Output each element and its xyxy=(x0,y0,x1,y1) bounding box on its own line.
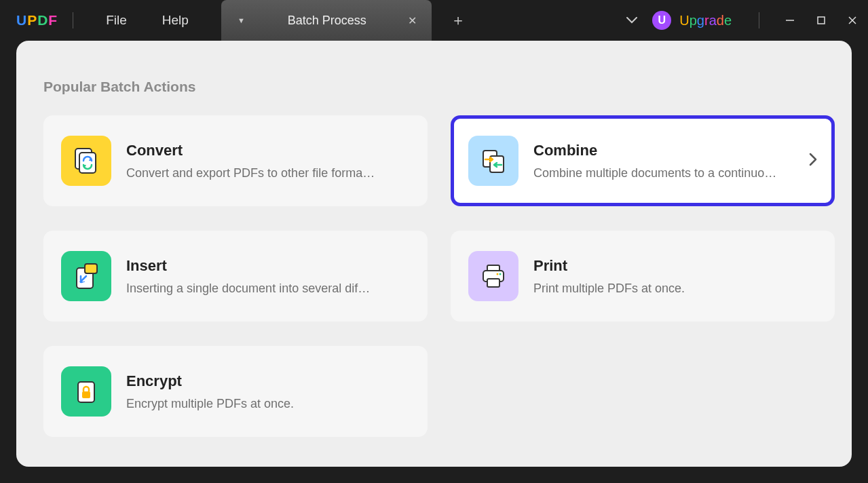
cards-grid: Convert Convert and export PDFs to other… xyxy=(43,115,852,437)
new-tab-button[interactable]: ＋ xyxy=(432,10,485,31)
card-encrypt[interactable]: Encrypt Encrypt multiple PDFs at once. xyxy=(43,346,428,437)
app-logo: UPDF xyxy=(16,12,58,28)
titlebar: UPDF File Help ▼ Batch Process ✕ ＋ U Upg… xyxy=(0,0,868,41)
upgrade-button[interactable]: Upgrade xyxy=(679,13,732,28)
card-print[interactable]: Print Print multiple PDFs at once. xyxy=(451,231,835,322)
svg-rect-14 xyxy=(487,279,499,287)
insert-icon xyxy=(61,251,111,301)
card-insert[interactable]: Insert Inserting a single document into … xyxy=(43,231,428,322)
window-close-button[interactable] xyxy=(837,0,868,41)
separator xyxy=(759,12,759,28)
print-icon xyxy=(468,251,518,301)
card-desc: Convert and export PDFs to other file fo… xyxy=(126,166,410,180)
tab-close-icon[interactable]: ✕ xyxy=(404,14,421,27)
section-title: Popular Batch Actions xyxy=(43,79,852,95)
avatar[interactable]: U xyxy=(652,11,671,30)
menu-file[interactable]: File xyxy=(88,13,145,28)
menu-help[interactable]: Help xyxy=(145,13,206,28)
tab-list-icon[interactable] xyxy=(611,15,652,26)
tab-title: Batch Process xyxy=(250,14,404,28)
batch-panel: Popular Batch Actions Convert Co xyxy=(16,41,852,467)
svg-rect-1 xyxy=(818,17,825,24)
card-title: Convert xyxy=(126,142,410,159)
svg-rect-5 xyxy=(79,153,96,173)
card-title: Print xyxy=(533,257,817,275)
svg-point-15 xyxy=(497,273,499,275)
card-desc: Inserting a single document into several… xyxy=(126,282,410,296)
svg-rect-18 xyxy=(82,391,90,398)
card-desc: Print multiple PDFs at once. xyxy=(533,282,817,296)
separator xyxy=(73,12,73,28)
encrypt-icon xyxy=(61,366,111,417)
card-convert[interactable]: Convert Convert and export PDFs to other… xyxy=(43,115,428,206)
window-minimize-button[interactable] xyxy=(774,0,806,41)
card-title: Combine xyxy=(533,142,802,159)
card-title: Encrypt xyxy=(126,372,410,390)
tab-batch-process[interactable]: ▼ Batch Process ✕ xyxy=(221,0,432,41)
window-maximize-button[interactable] xyxy=(806,0,837,41)
convert-icon xyxy=(61,136,111,186)
tab-dropdown-icon[interactable]: ▼ xyxy=(232,16,250,24)
svg-rect-11 xyxy=(85,264,97,273)
content-area: Popular Batch Actions Convert Co xyxy=(0,41,868,483)
card-title: Insert xyxy=(126,257,410,275)
svg-point-16 xyxy=(499,273,502,275)
combine-icon xyxy=(468,136,518,186)
card-desc: Encrypt multiple PDFs at once. xyxy=(126,397,410,411)
chevron-right-icon xyxy=(809,153,817,169)
card-desc: Combine multiple documents to a continuo… xyxy=(533,166,802,180)
card-combine[interactable]: Combine Combine multiple documents to a … xyxy=(451,115,835,206)
